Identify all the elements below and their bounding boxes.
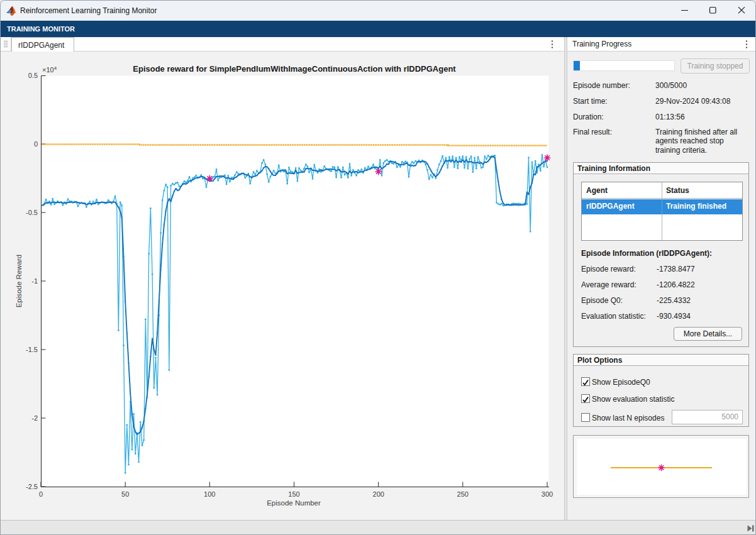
svg-text:Episode Reward: Episode Reward	[15, 255, 23, 307]
svg-text:100: 100	[204, 490, 215, 498]
svg-text:-2: -2	[31, 414, 38, 422]
svg-text:250: 250	[457, 490, 469, 498]
svg-text:150: 150	[288, 490, 299, 498]
svg-text:Episode Number: Episode Number	[267, 499, 321, 507]
svg-text:50: 50	[121, 490, 129, 498]
svg-text:200: 200	[373, 490, 384, 498]
svg-text:-0.5: -0.5	[26, 209, 38, 216]
svg-text:-1.5: -1.5	[26, 346, 38, 353]
svg-text:×104: ×104	[42, 65, 57, 74]
svg-text:0.5: 0.5	[28, 72, 38, 79]
svg-text:300: 300	[542, 490, 553, 498]
svg-text:0: 0	[34, 140, 38, 148]
svg-text:-2.5: -2.5	[26, 483, 38, 490]
svg-text:0: 0	[39, 490, 43, 498]
svg-text:Episode reward for SimplePendl: Episode reward for SimplePendlumWithImag…	[133, 64, 456, 74]
svg-text:-1: -1	[31, 277, 38, 285]
